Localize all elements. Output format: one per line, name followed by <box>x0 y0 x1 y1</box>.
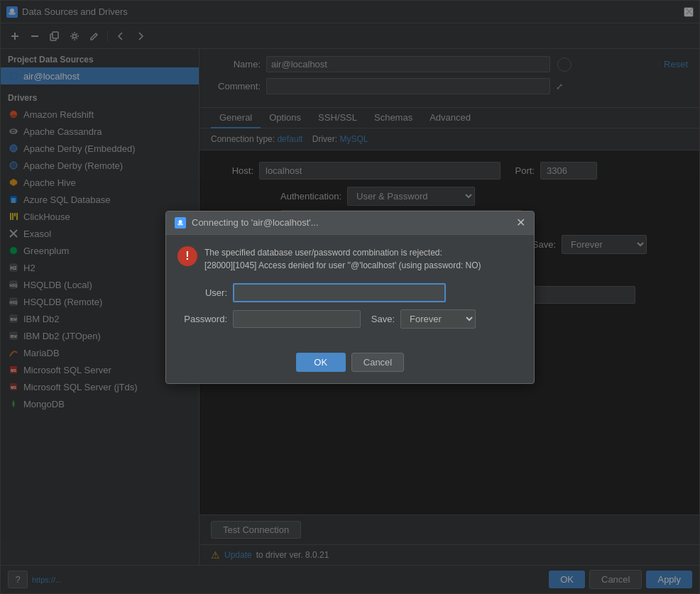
dialog-save-select[interactable]: Forever For session Never <box>400 309 476 329</box>
error-detail: [28000][1045] Access denied for user ''@… <box>204 259 481 272</box>
error-title: The specified database user/password com… <box>204 246 481 259</box>
dialog-title: Connecting to 'air@localhost'... <box>192 217 510 228</box>
dialog-user-row: User: <box>177 283 523 302</box>
dialog-ok-button[interactable]: OK <box>296 353 346 372</box>
error-text: The specified database user/password com… <box>204 246 481 272</box>
svg-point-38 <box>179 220 182 224</box>
connecting-dialog: Connecting to 'air@localhost'... ✕ ! The… <box>165 211 535 384</box>
error-message: ! The specified database user/password c… <box>177 246 523 272</box>
dialog-user-label: User: <box>177 287 227 298</box>
dialog-cancel-button[interactable]: Cancel <box>351 353 404 372</box>
dialog-password-label: Password: <box>177 314 227 324</box>
error-icon: ! <box>177 246 197 266</box>
dialog-app-icon <box>175 217 186 229</box>
dialog-overlay: Connecting to 'air@localhost'... ✕ ! The… <box>0 0 700 594</box>
dialog-close-button[interactable]: ✕ <box>516 217 525 229</box>
dialog-footer: OK Cancel <box>166 347 534 383</box>
dialog-user-input[interactable] <box>233 283 446 302</box>
svg-point-39 <box>177 223 183 225</box>
dialog-title-bar: Connecting to 'air@localhost'... ✕ <box>166 211 534 235</box>
dialog-save-label: Save: <box>366 314 395 324</box>
dialog-body: ! The specified database user/password c… <box>166 235 534 347</box>
dialog-password-input[interactable] <box>233 310 361 328</box>
dialog-password-row: Password: Save: Forever For session Neve… <box>177 309 523 329</box>
